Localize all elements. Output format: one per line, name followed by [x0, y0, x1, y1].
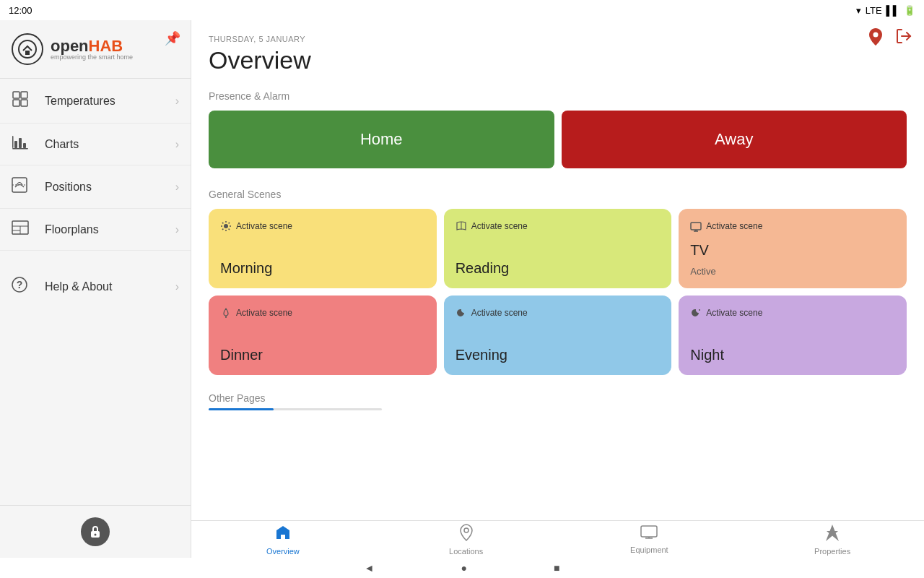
scene-card-dinner[interactable]: Activate scene Dinner [209, 296, 437, 375]
reading-activate-label: Activate scene [471, 221, 528, 231]
pin-icon: 📌 [165, 30, 180, 46]
bottom-nav-locations[interactable]: Locations [375, 519, 558, 560]
svg-rect-5 [21, 100, 27, 106]
dinner-activate-label: Activate scene [236, 308, 292, 318]
morning-activate-top: Activate scene [220, 220, 425, 232]
tv-name: TV [690, 242, 895, 259]
sidebar-item-positions[interactable]: Positions › [0, 165, 191, 209]
scene-card-tv[interactable]: Activate scene TV Active [679, 209, 907, 288]
properties-label: Properties [814, 547, 850, 556]
logo-area: openHAB empowering the smart home 📌 [0, 20, 191, 79]
help-icon: ? [12, 277, 35, 296]
bottom-nav-equipment[interactable]: Equipment [558, 521, 741, 558]
location-pin-icon[interactable] [868, 27, 884, 51]
battery-icon: 🔋 [904, 5, 915, 16]
dinner-name: Dinner [220, 347, 425, 363]
recent-button[interactable]: ■ [554, 562, 559, 574]
help-chevron: › [175, 280, 179, 293]
positions-icon [12, 177, 35, 197]
sidebar-item-help-about[interactable]: ? Help & About › [0, 265, 191, 308]
svg-rect-2 [13, 92, 19, 98]
bottom-nav-properties[interactable]: Properties [741, 519, 924, 560]
status-time: 12:00 [9, 5, 32, 16]
floorplans-icon [12, 220, 35, 238]
svg-rect-32 [691, 223, 701, 230]
away-button[interactable]: Away [562, 111, 907, 168]
scene-card-night[interactable]: Activate scene Night [679, 296, 907, 375]
overview-icon [274, 524, 292, 545]
night-name: Night [690, 347, 895, 363]
temperatures-label: Temperatures [45, 95, 175, 108]
home-button[interactable]: Home [209, 111, 554, 168]
svg-point-20 [873, 33, 879, 38]
svg-rect-8 [14, 141, 17, 148]
positions-label: Positions [45, 181, 175, 194]
svg-line-30 [222, 229, 223, 230]
bottom-nav: Overview Locations Equipment Properties [191, 520, 924, 558]
help-about-label: Help & About [45, 280, 175, 293]
svg-rect-39 [641, 526, 657, 537]
main-content: THURSDAY, 5 JANUARY Overview Presence & … [191, 20, 924, 520]
equipment-icon [640, 525, 658, 544]
svg-rect-4 [13, 100, 19, 106]
sidebar-item-charts[interactable]: Charts › [0, 124, 191, 165]
svg-point-19 [95, 534, 97, 536]
logo-open: open [51, 37, 89, 55]
svg-rect-10 [23, 143, 26, 148]
lock-icon [81, 517, 110, 546]
back-button[interactable]: ◄ [365, 562, 375, 574]
logo-tagline: empowering the smart home [51, 54, 133, 61]
svg-point-0 [19, 40, 36, 58]
scene-card-reading[interactable]: Activate scene Reading [444, 209, 672, 288]
presence-alarm-label: Presence & Alarm [209, 90, 907, 102]
tv-activate-top: Activate scene [690, 220, 895, 232]
night-icon [690, 307, 702, 319]
tv-status: Active [690, 266, 895, 277]
svg-rect-3 [21, 92, 27, 98]
sidebar-item-floorplans[interactable]: Floorplans › [0, 209, 191, 251]
status-bar: 12:00 ▾ LTE ▌▌ 🔋 [0, 0, 924, 20]
bottom-nav-overview[interactable]: Overview [191, 519, 375, 560]
android-nav: ◄ ● ■ [0, 558, 924, 578]
locations-label: Locations [449, 547, 483, 556]
svg-line-27 [222, 223, 223, 223]
tv-icon [690, 220, 702, 232]
overview-label: Overview [266, 547, 300, 556]
evening-name: Evening [456, 347, 661, 363]
sidebar-item-temperatures[interactable]: Temperatures › [0, 79, 191, 124]
status-icons: ▾ LTE ▌▌ 🔋 [856, 5, 915, 16]
presence-row: Home Away [209, 111, 907, 168]
svg-rect-6 [12, 148, 28, 150]
reading-name: Reading [456, 260, 661, 277]
svg-rect-7 [12, 136, 14, 148]
morning-activate-label: Activate scene [236, 221, 292, 231]
logout-icon[interactable] [895, 27, 912, 51]
sidebar: openHAB empowering the smart home 📌 Temp… [0, 20, 191, 558]
svg-point-22 [224, 224, 228, 228]
sidebar-lock-area [0, 505, 191, 558]
wifi-icon: ▾ [856, 5, 861, 16]
scroll-indicator-bar [209, 408, 274, 410]
signal-icon: ▌▌ [886, 5, 899, 16]
morning-icon [220, 220, 232, 232]
charts-icon [12, 135, 35, 153]
date-label: THURSDAY, 5 JANUARY [209, 35, 907, 43]
equipment-label: Equipment [630, 545, 668, 554]
evening-icon [456, 307, 467, 319]
svg-line-28 [229, 229, 230, 230]
temperatures-chevron: › [175, 95, 179, 108]
properties-icon [826, 524, 839, 545]
scene-card-evening[interactable]: Activate scene Evening [444, 296, 672, 375]
svg-rect-9 [19, 138, 22, 148]
scenes-grid: Activate scene Morning Activate scene Re… [209, 209, 907, 375]
home-button-android[interactable]: ● [461, 562, 466, 574]
evening-activate-label: Activate scene [471, 308, 528, 318]
reading-icon [456, 220, 467, 232]
sidebar-nav: Temperatures › Charts › [0, 79, 191, 505]
scene-card-morning[interactable]: Activate scene Morning [209, 209, 437, 288]
morning-name: Morning [220, 260, 425, 277]
charts-chevron: › [175, 138, 179, 151]
dinner-activate-top: Activate scene [220, 307, 425, 319]
page-title: Overview [209, 46, 907, 74]
floorplans-chevron: › [175, 223, 179, 236]
